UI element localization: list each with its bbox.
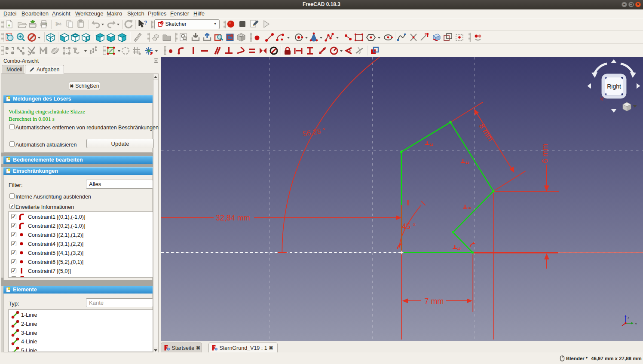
svg-text:7 mm: 7 mm — [425, 297, 444, 306]
svg-text:56,28 °: 56,28 ° — [302, 126, 326, 138]
svg-text:?: ? — [144, 19, 147, 26]
svg-text:10: 10 — [468, 207, 471, 210]
svg-text:13: 13 — [430, 143, 433, 146]
svg-text:✄: ✄ — [55, 20, 61, 28]
svg-text:10: 10 — [457, 247, 461, 250]
svg-text:13: 13 — [465, 161, 469, 164]
svg-text:45 °: 45 ° — [402, 222, 416, 231]
svg-text:z: z — [628, 315, 629, 319]
svg-text:6 mm: 6 mm — [541, 144, 549, 163]
svg-text:8 mm: 8 mm — [477, 122, 495, 143]
svg-text:32,84 mm: 32,84 mm — [216, 214, 250, 222]
svg-text:Y: Y — [635, 322, 637, 326]
svg-text:Right: Right — [607, 83, 621, 90]
